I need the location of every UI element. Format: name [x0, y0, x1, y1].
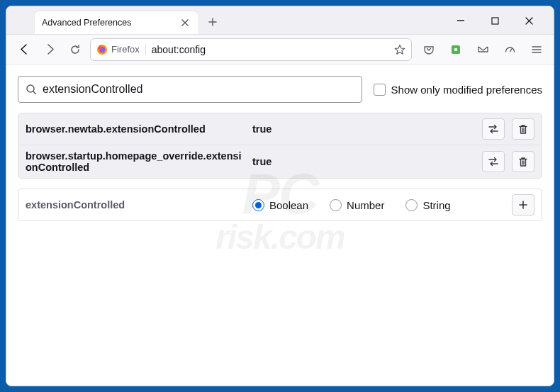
radio-label: Number: [347, 199, 384, 211]
tab-advanced-preferences[interactable]: Advanced Preferences: [35, 11, 198, 34]
new-pref-row: extensionControlled Boolean Number Strin…: [18, 189, 542, 221]
nav-toolbar: Firefox about:config: [6, 35, 554, 65]
window-controls: [452, 11, 548, 34]
maximize-button[interactable]: [486, 11, 504, 30]
browser-window: Advanced Preferences: [6, 6, 554, 386]
toggle-button[interactable]: [482, 118, 505, 140]
url-text: about:config: [152, 44, 206, 55]
close-window-button[interactable]: [520, 11, 538, 30]
show-only-modified-checkbox[interactable]: Show only modified preferences: [374, 84, 542, 96]
search-box[interactable]: [18, 76, 362, 103]
radio-number[interactable]: Number: [330, 199, 384, 211]
firefox-badge: Firefox: [96, 44, 146, 55]
radio-label: Boolean: [269, 199, 308, 211]
radio-string[interactable]: String: [405, 199, 450, 211]
app-menu-icon[interactable]: [527, 39, 547, 60]
radio-dot-icon: [405, 199, 418, 211]
bookmark-star-icon[interactable]: [394, 44, 405, 55]
checkbox-label: Show only modified preferences: [391, 84, 542, 96]
tab-title: Advanced Preferences: [42, 18, 131, 28]
back-button[interactable]: [13, 39, 35, 60]
extension-icon[interactable]: [446, 39, 466, 60]
search-input[interactable]: [43, 83, 354, 96]
url-bar[interactable]: Firefox about:config: [90, 38, 412, 61]
pocket-icon[interactable]: [419, 39, 439, 60]
pref-name: browser.startup.homepage_override.extens…: [26, 150, 252, 173]
checkbox-icon: [374, 84, 386, 96]
new-pref-name: extensionControlled: [26, 199, 252, 211]
svg-point-4: [454, 47, 458, 51]
close-tab-icon[interactable]: [179, 17, 191, 28]
pref-row: browser.newtab.extensionControlled true: [18, 113, 542, 145]
type-radios: Boolean Number String: [252, 199, 451, 211]
radio-dot-icon: [252, 199, 264, 211]
firefox-icon: [96, 44, 108, 55]
add-pref-button[interactable]: [512, 194, 534, 215]
toggle-button[interactable]: [482, 151, 505, 172]
preferences-list: browser.newtab.extensionControlled true …: [18, 113, 542, 179]
toolbar-right-icons: [416, 39, 547, 60]
delete-button[interactable]: [512, 118, 534, 140]
pref-row: browser.startup.homepage_override.extens…: [18, 145, 542, 178]
radio-dot-icon: [330, 199, 342, 211]
tab-bar: Advanced Preferences: [6, 6, 554, 35]
dashboard-icon[interactable]: [500, 39, 520, 60]
content-area: Show only modified preferences browser.n…: [6, 65, 554, 386]
new-tab-button[interactable]: [202, 11, 223, 33]
delete-button[interactable]: [512, 151, 534, 172]
search-icon: [26, 84, 37, 95]
forward-button[interactable]: [39, 39, 60, 60]
svg-rect-0: [492, 18, 498, 24]
radio-label: String: [422, 199, 450, 211]
mail-icon[interactable]: [473, 39, 493, 60]
minimize-button[interactable]: [452, 11, 470, 30]
pref-name: browser.newtab.extensionControlled: [26, 123, 252, 135]
radio-boolean[interactable]: Boolean: [252, 199, 308, 211]
reload-button[interactable]: [65, 39, 86, 60]
pref-value: true: [252, 156, 271, 167]
urlbar-brand: Firefox: [111, 44, 140, 55]
pref-value: true: [252, 123, 271, 135]
search-row: Show only modified preferences: [18, 76, 542, 103]
